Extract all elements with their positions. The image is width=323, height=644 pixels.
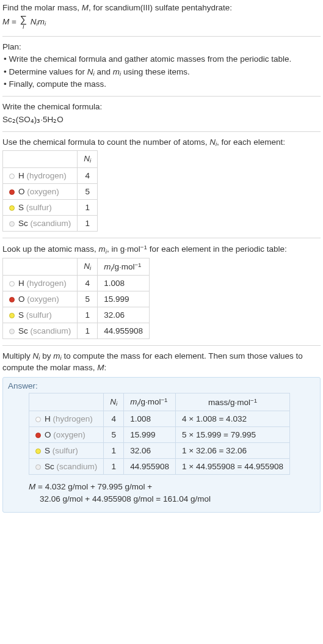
n-cell: 1 (104, 459, 124, 475)
mult-post: : (104, 363, 107, 372)
table-row: H (hydrogen) 4 1.008 (3, 276, 150, 291)
h-mass: mass/g·mol (208, 398, 250, 407)
count-title: Use the chemical formula to count the nu… (2, 137, 321, 148)
m-cell: 44.955908 (98, 323, 150, 339)
n-cell: 1 (78, 199, 98, 215)
plan-b2-m: m (113, 67, 120, 76)
col-mi: mi/g·mol−1 (124, 393, 176, 411)
m-cell: 15.999 (124, 427, 176, 443)
element-swatch-icon (9, 329, 15, 334)
chemical-formula: Sc₂(SO₄)₃·5H₂O (2, 114, 321, 125)
final-equation: M = 4.032 g/mol + 79.995 g/mol + 32.06 g… (29, 481, 315, 506)
element-name: (hydrogen) (27, 171, 67, 180)
page: Find the molar mass, M, for scandium(III… (0, 0, 323, 521)
col-element (3, 258, 78, 276)
m-cell: 32.06 (124, 443, 176, 459)
element-swatch-icon (35, 433, 41, 438)
m-cell: 1.008 (124, 411, 176, 427)
plan-b2-mid: and (95, 67, 113, 76)
formula-title: Write the chemical formula: (2, 101, 321, 112)
divider (2, 36, 321, 37)
plan-b2-post: using these items. (121, 67, 190, 76)
h-unit: /g·mol (112, 262, 135, 271)
mult-mid1: by (40, 351, 53, 360)
element-cell: O (oxygen) (29, 427, 104, 443)
divider (2, 131, 321, 132)
table-row: Sc (scandium) 1 44.955908 (3, 323, 150, 339)
mult-mm: M (97, 363, 104, 372)
table-row: O (oxygen) 5 (3, 183, 98, 199)
m-cell: 44.955908 (124, 459, 176, 475)
count-title-post: , for each element: (217, 137, 285, 147)
sigma-sub: i (20, 24, 27, 30)
table-row: Ni (3, 151, 98, 167)
intro-equation: M = ∑i Nimi (2, 15, 321, 30)
table-row: Ni mi/g·mol−1 (3, 258, 150, 276)
table-row: S (sulfur) 1 (3, 199, 98, 215)
eq-n: N (31, 17, 37, 26)
col-mi: mi/g·mol−1 (98, 258, 150, 276)
m-cell: 1.008 (98, 276, 150, 291)
element-symbol: S (45, 446, 50, 455)
masses-title-post: for each element in the periodic table: (147, 244, 287, 254)
n-cell: 5 (78, 291, 98, 307)
final-line1: = 4.032 g/mol + 79.995 g/mol + (35, 482, 152, 491)
element-cell: Sc (scandium) (29, 459, 104, 475)
element-cell: S (sulfur) (3, 199, 78, 215)
element-symbol: O (45, 430, 51, 439)
element-swatch-icon (9, 221, 15, 227)
element-cell: H (hydrogen) (3, 167, 78, 183)
masses-title-m: m (99, 244, 106, 254)
element-cell: O (oxygen) (3, 291, 78, 307)
plan-b3: • Finally, compute the mass. (2, 79, 321, 90)
element-symbol: H (45, 414, 51, 423)
intro-line: Find the molar mass, M, for scandium(III… (2, 2, 321, 13)
element-symbol: O (18, 187, 25, 196)
n-cell: 4 (78, 276, 98, 291)
divider (2, 96, 321, 97)
element-symbol: H (18, 171, 24, 180)
element-cell: S (sulfur) (29, 443, 104, 459)
element-name: (hydrogen) (27, 279, 67, 288)
element-cell: Sc (scandium) (3, 215, 78, 231)
plan-b1: • Write the chemical formula and gather … (2, 54, 321, 65)
table-row: H (hydrogen) 4 1.008 4 × 1.008 = 4.032 (29, 411, 290, 427)
table-row: O (oxygen) 5 15.999 5 × 15.999 = 79.995 (29, 427, 290, 443)
n-cell: 5 (78, 183, 98, 199)
answer-box: Answer: Ni mi/g·mol−1 mass/g·mol−1 H (hy… (2, 377, 321, 512)
element-name: (hydrogen) (53, 414, 93, 423)
mass-cell: 1 × 32.06 = 32.06 (176, 443, 290, 459)
col-mass: mass/g·mol−1 (176, 393, 290, 411)
element-name: (sulfur) (26, 310, 52, 320)
element-swatch-icon (35, 417, 41, 422)
element-swatch-icon (35, 448, 41, 454)
element-swatch-icon (9, 174, 15, 179)
n-cell: 5 (104, 427, 124, 443)
m-cell: 32.06 (98, 307, 150, 323)
divider (2, 345, 321, 346)
element-name: (sulfur) (53, 446, 78, 455)
plan-b2: • Determine values for Ni and mi using t… (2, 67, 321, 78)
col-element (3, 151, 78, 167)
element-cell: H (hydrogen) (3, 276, 78, 291)
col-element (29, 393, 104, 411)
h-unit: /g·mol (139, 398, 161, 407)
n-cell: 1 (104, 443, 124, 459)
answer-inner: Ni mi/g·mol−1 mass/g·mol−1 H (hydrogen) … (8, 393, 315, 505)
n-cell: 1 (78, 215, 98, 231)
element-symbol: Sc (45, 462, 54, 471)
eq-mi: m (38, 17, 45, 26)
h-mass-exp: −1 (250, 397, 257, 404)
table-row: Sc (scandium) 1 44.955908 1 × 44.955908 … (29, 459, 290, 475)
n-cell: 4 (104, 411, 124, 427)
element-cell: H (hydrogen) (29, 411, 104, 427)
element-swatch-icon (35, 464, 41, 470)
h-ni: i (116, 400, 117, 407)
plan-title: Plan: (2, 42, 321, 53)
n-cell: 1 (78, 323, 98, 339)
eq-mi-sub: i (45, 21, 46, 27)
element-symbol: S (18, 203, 24, 212)
element-swatch-icon (9, 205, 15, 211)
table-row: Sc (scandium) 1 (3, 215, 98, 231)
col-ni: Ni (78, 151, 98, 167)
